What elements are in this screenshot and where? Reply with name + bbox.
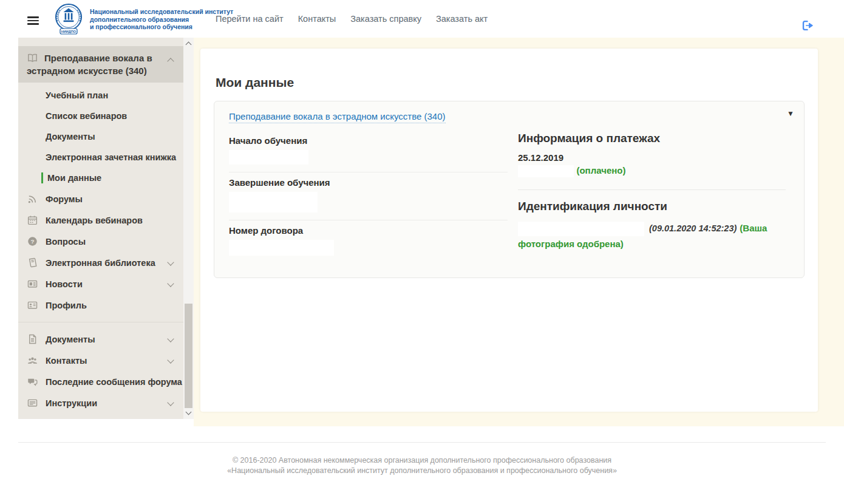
course-submenu: Учебный план Список вебинаров Документы … [18,83,183,188]
content-panel: Мои данные ▼ Преподавание вокала в эстра… [200,49,818,412]
footer: © 2016-2020 Автономная некоммерческая ор… [0,455,844,476]
program-link[interactable]: Преподавание вокала в эстрадном искусств… [229,111,446,123]
identity-timestamp: (09.01.2020 14:52:23) [649,223,737,233]
card-divider [518,189,786,190]
field-value-redacted [229,150,308,165]
field-contract-number: Номер договора [229,220,508,263]
scrollbar-thumb[interactable] [185,304,192,408]
sidebar-item-label: Документы [46,334,95,345]
field-study-start: Начало обучения [229,131,508,172]
sidebar-item-label: Календарь вебинаров [46,215,143,226]
sidebar-item-webinar-list[interactable]: Список вебинаров [18,106,183,126]
file-icon [27,333,38,345]
seal-text: НИИДПО [61,30,77,33]
scroll-down-arrow-icon[interactable] [186,409,192,415]
newspaper-icon [27,278,38,290]
sidebar-item-contacts[interactable]: Контакты [18,350,183,371]
nav-go-to-site[interactable]: Перейти на сайт [216,14,284,24]
sidebar-item-instructions[interactable]: Инструкции [18,392,183,414]
sidebar-item-label: Инструкции [46,398,97,409]
field-label: Начало обучения [229,135,508,146]
sidebar-item-elibrary[interactable]: Электронная библиотека [18,252,183,273]
identity-name-redacted [518,222,644,236]
program-data-card: ▼ Преподавание вокала в эстрадном искусс… [214,101,805,278]
sidebar-item-news[interactable]: Новости [18,273,183,295]
sidebar-item-label: Электронная зачетная книжка [46,152,176,162]
chat-bubbles-icon [27,376,38,387]
chevron-down-icon [167,399,174,406]
sidebar: Преподавание вокала в эстрадном искусств… [18,38,183,419]
institute-seal-icon: НИИДПО [52,2,85,36]
top-header: НИИДПО Национальный исследовательский ин… [0,0,844,38]
sidebar-item-curriculum[interactable]: Учебный план [18,85,183,106]
sidebar-item-label: Вопросы [46,236,86,247]
sidebar-divider [18,322,183,322]
payment-amount-redacted [518,165,574,177]
calendar-icon [27,214,38,226]
study-fields-column: Начало обучения Завершение обучения Номе… [229,131,518,263]
sidebar-item-forums[interactable]: Форумы [18,188,183,209]
svg-text:?: ? [30,238,34,245]
institute-name: Национальный исследовательский институт … [90,8,233,31]
sidebar-item-my-data[interactable]: Мои данные [18,168,183,188]
status-column: Информация о платежах 25.12.2019 (оплаче… [518,131,792,263]
main-content-area: Мои данные ▼ Преподавание вокала в эстра… [194,38,844,426]
chevron-up-icon [167,58,174,64]
id-card-icon [27,299,38,311]
field-value-redacted [229,192,318,213]
field-label: Завершение обучения [229,177,508,188]
sidebar-item-label: Форумы [46,194,83,205]
page-title: Мои данные [216,75,818,90]
nav-contacts[interactable]: Контакты [298,14,336,24]
card-columns: Начало обучения Завершение обучения Номе… [229,131,792,263]
people-group-icon [27,355,38,366]
nav-order-certificate[interactable]: Заказать справку [350,14,421,24]
question-icon: ? [27,236,38,247]
top-navigation: Перейти на сайт Контакты Заказать справк… [216,0,488,38]
identity-heading: Идентификация личности [518,200,786,213]
chevron-down-icon [167,356,174,363]
chevron-down-icon [167,280,174,287]
sidebar-item-label: Контакты [46,355,87,366]
instructions-list-icon [27,397,38,409]
open-book-icon [27,52,38,64]
sidebar-item-label: Документы [46,132,95,141]
footer-institute-line: «Национальный исследовательский институт… [0,466,844,476]
identity-row: (09.01.2020 14:52:23)(Ваша фотография од… [518,220,786,252]
institute-logo[interactable]: НИИДПО Национальный исследовательский ин… [52,2,233,36]
sidebar-item-webinar-calendar[interactable]: Календарь вебинаров [18,209,183,231]
sidebar-scrollbar[interactable] [183,38,194,419]
chevron-down-icon [167,259,174,265]
nav-order-act[interactable]: Заказать акт [436,14,488,24]
sidebar-item-profile[interactable]: Профиль [18,295,183,316]
payment-status: (оплачено) [576,165,625,175]
payment-date: 25.12.2019 [518,152,786,163]
library-book-icon [27,257,38,268]
forum-waves-icon [27,193,38,205]
footer-copyright-line: © 2016-2020 Автономная некоммерческая ор… [0,455,844,466]
sidebar-item-label: Новости [46,279,83,290]
field-study-end: Завершение обучения [229,172,508,220]
payments-heading: Информация о платежах [518,132,786,145]
sidebar-item-course[interactable]: Преподавание вокала в эстрадном искусств… [18,46,183,83]
sidebar-item-label: Преподавание вокала в эстрадном искусств… [27,53,152,76]
sidebar-item-label: Список вебинаров [46,111,127,121]
sidebar-item-gradebook[interactable]: Электронная зачетная книжка [18,147,183,168]
payment-row: (оплачено) [518,165,786,177]
sidebar-item-latest-forum-posts[interactable]: Последние сообщения форума [18,371,183,392]
sidebar-item-label: Электронная библиотека [46,257,155,268]
field-value-redacted [229,240,334,256]
collapse-caret-icon[interactable]: ▼ [787,109,794,118]
field-label: Номер договора [229,225,508,236]
footer-divider [18,442,826,443]
scroll-up-arrow-icon[interactable] [186,42,192,48]
sidebar-item-questions[interactable]: ? Вопросы [18,231,183,252]
sidebar-item-label: Последние сообщения форума [46,376,182,387]
hamburger-menu-icon[interactable] [27,16,39,25]
sidebar-item-label: Профиль [46,300,87,311]
sidebar-item-label: Мои данные [47,173,101,183]
sidebar-item-documents[interactable]: Документы [18,126,183,147]
sidebar-item-documents-section[interactable]: Документы [18,329,183,350]
logout-icon[interactable] [800,19,814,32]
chevron-down-icon [167,335,174,342]
